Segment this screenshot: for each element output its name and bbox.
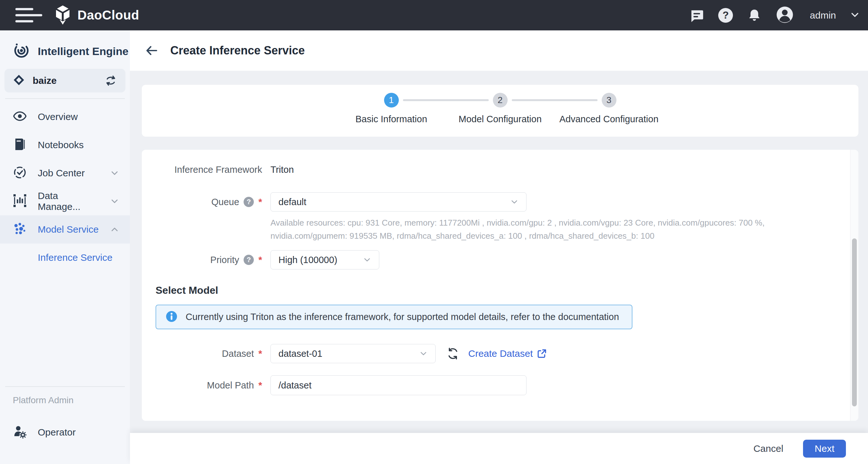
baize-logo-icon	[13, 74, 25, 87]
create-dataset-link[interactable]: Create Dataset	[468, 348, 547, 359]
next-button[interactable]: Next	[803, 440, 846, 458]
book-icon	[13, 137, 27, 153]
sidebar-item-job-center[interactable]: Job Center	[0, 159, 130, 187]
data-management-icon	[13, 194, 27, 209]
required-marker	[258, 196, 262, 207]
step-connector	[403, 99, 489, 101]
brand-name: DaoCloud	[78, 8, 139, 22]
model-path-input[interactable]	[271, 375, 527, 395]
inference-framework-label: Inference Framework	[175, 164, 262, 175]
app-window: DaoCloud	[0, 0, 868, 464]
stepper-card: 1 2 3 Basic Information Model Configurat…	[142, 85, 859, 137]
chevron-up-icon	[110, 225, 119, 234]
step-2-circle[interactable]: 2	[493, 93, 507, 107]
back-arrow-icon[interactable]	[145, 43, 159, 58]
chevron-down-icon	[363, 256, 371, 264]
required-marker	[258, 254, 262, 265]
sidebar: Intelligent Engine baize	[0, 30, 130, 464]
workspace-switcher[interactable]: baize	[4, 69, 125, 92]
sidebar-item-model-service[interactable]: Model Service	[0, 215, 130, 244]
model-path-label: Model Path	[207, 380, 254, 391]
external-link-icon	[537, 348, 547, 359]
inference-framework-row: Inference Framework Triton	[142, 164, 859, 175]
step-3-circle[interactable]: 3	[602, 93, 616, 107]
switch-workspace-icon[interactable]	[104, 74, 117, 87]
main-content: Create Inference Service 1 2 3 Basic Inf…	[130, 30, 868, 464]
sidebar-bottom-divider	[5, 386, 125, 387]
chevron-down-icon	[419, 349, 428, 358]
daocloud-logo-icon	[54, 5, 72, 26]
required-marker	[258, 348, 262, 359]
dataset-select[interactable]: dataset-01	[271, 344, 436, 363]
intelligent-engine-icon	[13, 42, 30, 60]
sidebar-nav: Overview Notebooks	[0, 103, 130, 272]
user-menu-chevron-icon[interactable]	[850, 10, 860, 21]
info-icon	[166, 311, 177, 323]
scrollbar-thumb[interactable]	[852, 238, 857, 406]
page-title: Create Inference Service	[170, 44, 305, 57]
sidebar-item-data-management[interactable]: Data Manage...	[0, 187, 130, 215]
menu-toggle-icon[interactable]	[16, 8, 42, 22]
sidebar-item-inference-service[interactable]: Inference Service	[0, 244, 130, 272]
queue-resources-helper: Available resources: cpu: 931 Core, memo…	[271, 216, 840, 243]
queue-select[interactable]: default	[271, 192, 527, 212]
page-header: Create Inference Service	[130, 30, 868, 71]
help-icon[interactable]	[718, 8, 733, 23]
banner-text: Currently using Triton as the inference …	[186, 312, 619, 322]
username[interactable]: admin	[810, 10, 836, 21]
required-marker	[258, 380, 262, 391]
queue-row: Queue default	[142, 192, 859, 212]
dataset-label: Dataset	[222, 348, 254, 359]
scrollbar-track[interactable]	[850, 150, 859, 421]
operator-icon	[13, 425, 27, 440]
chevron-down-icon	[110, 168, 119, 178]
sidebar-item-overview[interactable]: Overview	[0, 103, 130, 131]
framework-info-banner: Currently using Triton as the inference …	[156, 305, 632, 329]
select-model-heading: Select Model	[156, 284, 859, 296]
priority-help-icon[interactable]	[244, 255, 254, 265]
message-icon[interactable]	[689, 8, 704, 23]
cancel-button[interactable]: Cancel	[753, 443, 783, 454]
priority-row: Priority High (100000)	[142, 250, 859, 270]
step-1-label: Basic Information	[334, 114, 449, 124]
step-2-label: Model Configuration	[443, 114, 558, 124]
footer-actions: Cancel Next	[130, 433, 868, 464]
chevron-down-icon	[110, 197, 119, 206]
notification-bell-icon[interactable]	[747, 8, 762, 23]
sidebar-item-notebooks[interactable]: Notebooks	[0, 131, 130, 159]
job-center-icon	[13, 165, 27, 181]
basic-information-form: Inference Framework Triton Queue default…	[142, 150, 859, 421]
inference-framework-value: Triton	[271, 164, 294, 175]
brand[interactable]: DaoCloud	[54, 5, 139, 26]
sidebar-divider	[5, 98, 125, 99]
eye-icon	[13, 109, 27, 124]
product-name: Intelligent Engine	[38, 45, 128, 58]
dataset-row: Dataset dataset-01 Create Dataset	[142, 344, 859, 363]
model-path-row: Model Path	[142, 375, 859, 395]
chevron-down-icon	[510, 198, 519, 206]
topbar: DaoCloud	[0, 0, 868, 30]
product-header: Intelligent Engine	[0, 30, 130, 60]
user-avatar-icon[interactable]	[776, 6, 794, 25]
model-service-icon	[13, 222, 27, 237]
priority-label: Priority	[210, 255, 239, 265]
workspace-name: baize	[33, 75, 57, 86]
platform-admin-label: Platform Admin	[13, 395, 73, 405]
step-1-circle[interactable]: 1	[384, 93, 399, 107]
queue-help-icon[interactable]	[244, 197, 254, 207]
priority-select[interactable]: High (100000)	[271, 250, 379, 270]
step-3-label: Advanced Configuration	[552, 114, 667, 124]
sidebar-item-operator[interactable]: Operator	[0, 418, 130, 446]
queue-label: Queue	[211, 197, 239, 207]
refresh-icon[interactable]	[446, 347, 459, 360]
stepper: 1 2 3 Basic Information Model Configurat…	[337, 85, 663, 137]
step-connector	[512, 99, 597, 101]
